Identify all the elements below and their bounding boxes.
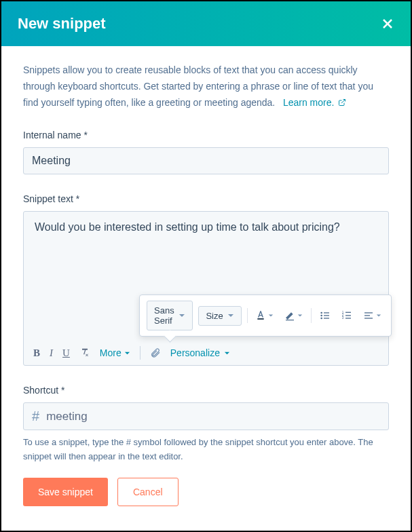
shortcut-field: # [23, 402, 389, 430]
numbered-list-button[interactable]: 123 [339, 307, 355, 324]
svg-point-3 [320, 315, 322, 317]
close-button[interactable] [381, 17, 394, 31]
modal-footer: Save snippet Cancel [23, 478, 389, 506]
editor-toolbar: B I U More Personalize [24, 341, 388, 365]
chevron-down-icon [224, 350, 230, 356]
shortcut-helper: To use a snippet, type the # symbol foll… [23, 436, 389, 464]
svg-rect-8 [345, 312, 351, 313]
external-link-icon [338, 98, 346, 107]
rich-text-editor: Would you be interested in setting up ti… [23, 211, 389, 366]
format-popover: Sans Serif Size [139, 294, 392, 337]
text-color-icon [255, 310, 266, 321]
personalize-button[interactable]: Personalize [170, 347, 230, 358]
svg-rect-4 [324, 316, 329, 316]
svg-rect-14 [364, 316, 370, 316]
svg-rect-0 [258, 318, 264, 320]
more-format-button[interactable]: More [100, 347, 130, 358]
shortcut-label: Shortcut * [23, 385, 389, 396]
align-left-icon [363, 310, 374, 321]
clear-format-button[interactable] [79, 347, 90, 360]
bullet-list-icon [320, 310, 331, 321]
toolbar-divider [140, 346, 141, 360]
hash-prefix: # [32, 408, 39, 424]
cancel-button[interactable]: Cancel [117, 478, 179, 506]
numbered-list-icon: 123 [341, 310, 352, 321]
modal-title: New snippet [18, 15, 106, 33]
shortcut-input[interactable] [46, 410, 380, 423]
highlight-color-button[interactable] [282, 307, 305, 324]
svg-point-5 [320, 318, 322, 320]
svg-rect-6 [324, 318, 329, 319]
text-color-button[interactable] [252, 307, 276, 324]
popover-divider [247, 308, 248, 323]
chevron-down-icon [268, 313, 274, 318]
font-size-dropdown[interactable]: Size [198, 306, 241, 326]
attachment-button[interactable] [150, 347, 161, 358]
paperclip-icon [150, 347, 161, 358]
italic-button[interactable]: I [50, 347, 53, 359]
svg-rect-15 [364, 318, 373, 319]
underline-button[interactable]: U [62, 347, 70, 359]
snippet-text-label: Snippet text * [23, 193, 389, 204]
svg-point-1 [320, 312, 322, 314]
clear-format-icon [79, 347, 90, 358]
chevron-down-icon [376, 313, 381, 318]
svg-rect-13 [364, 313, 373, 314]
chevron-down-icon [227, 312, 234, 319]
internal-name-label: Internal name * [23, 130, 389, 140]
highlight-icon [284, 310, 295, 321]
bullet-list-button[interactable] [317, 307, 333, 324]
svg-rect-12 [345, 318, 351, 319]
close-icon [381, 17, 394, 31]
internal-name-input[interactable] [23, 147, 389, 174]
chevron-down-icon [297, 313, 303, 318]
svg-text:3: 3 [342, 317, 344, 320]
align-button[interactable] [360, 307, 384, 324]
chevron-down-icon [179, 312, 185, 319]
modal-header: New snippet [1, 1, 411, 46]
save-button[interactable]: Save snippet [23, 478, 108, 506]
svg-rect-10 [345, 316, 351, 316]
description-text: Snippets allow you to create reusable bl… [23, 62, 389, 111]
learn-more-link[interactable]: Learn more. [283, 97, 346, 108]
font-family-dropdown[interactable]: Sans Serif [147, 301, 193, 330]
bold-button[interactable]: B [33, 347, 40, 359]
popover-divider [311, 308, 312, 323]
chevron-down-icon [124, 350, 130, 356]
svg-rect-2 [324, 313, 329, 314]
